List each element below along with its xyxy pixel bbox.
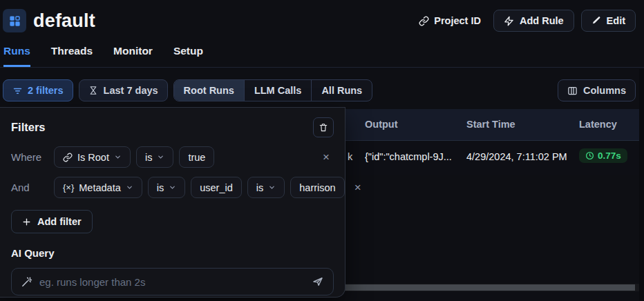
filters-button-label: 2 filters [28,85,64,96]
chevron-down-icon [268,184,276,191]
project-page: Output Start Time Latency k {"id":"chatc… [0,0,644,301]
tab-runs[interactable]: Runs [3,45,30,67]
run-type-segmented-control: Root Runs LLM Calls All Runs [173,79,373,101]
metadata-braces-icon: {×} [63,182,74,193]
latency-badge: 0.77s [579,148,627,163]
filters-button[interactable]: 2 filters [3,79,73,101]
filter-funnel-icon [12,86,23,96]
page-title: default [33,10,95,32]
chevron-down-icon [126,184,133,191]
trash-icon [319,123,328,133]
vertical-scrollbar-track[interactable] [639,69,644,301]
project-grid-icon [3,9,26,32]
filter-field-dropdown[interactable]: {×} Metadata [54,177,142,198]
add-filter-button[interactable]: Add filter [11,210,93,233]
filter-bar: 2 filters Last 7 days Root Runs LLM Call… [0,68,644,101]
filter-row-where: Where Is Root is true × [11,146,334,168]
link-icon [63,153,73,162]
cell-output: {"id":"chatcmpl-9J... [365,151,452,162]
segment-all-runs[interactable]: All Runs [312,80,372,101]
cell-start-time: 4/29/2024, 7:11:02 PM [466,151,567,162]
filter-field-dropdown[interactable]: Is Root [54,146,131,168]
filter-key-operator-dropdown[interactable]: is [247,177,285,198]
header-actions: Project ID Add Rule Edit [413,10,636,32]
filter-operator-label: is [145,152,152,163]
filter-value[interactable]: harrison [290,177,344,198]
filter-connector: And [11,182,48,193]
filter-field-label: Is Root [77,152,109,163]
remove-filter-button[interactable]: × [350,180,366,195]
pencil-icon [591,16,601,26]
filters-panel-title: Filters [11,121,46,134]
latency-value: 0.77s [598,150,621,161]
link-icon [419,16,429,26]
column-header-start-time[interactable]: Start Time [466,119,515,130]
chevron-down-icon [114,153,122,161]
ai-query-label: AI Query [11,247,334,259]
add-rule-button[interactable]: Add Rule [493,10,574,32]
filter-operator-dropdown[interactable]: is [136,146,173,168]
date-range-label: Last 7 days [104,85,158,96]
plus-icon [22,217,31,226]
filter-value-label: true [188,152,205,163]
hourglass-icon [88,86,98,95]
column-header-latency[interactable]: Latency [579,119,617,130]
column-header-output[interactable]: Output [365,119,398,130]
edit-button[interactable]: Edit [581,10,636,32]
tab-setup[interactable]: Setup [173,45,203,67]
cell-truncated: k [348,151,352,162]
header: default Project ID Add Rule Edit [0,0,644,35]
send-icon[interactable] [312,275,324,288]
tab-threads[interactable]: Threads [51,45,93,67]
chevron-down-icon [169,184,176,191]
lightning-icon [504,16,514,26]
filters-popover: Filters Where Is Root is [0,107,345,298]
project-id-button[interactable]: Project ID [413,11,486,30]
filter-row-and: And {×} Metadata is user_id is [11,177,334,198]
filter-operator-label: is [157,182,164,193]
filter-field-label: Metadata [79,182,120,193]
filter-key-operator-label: is [256,182,263,193]
segment-root-runs[interactable]: Root Runs [174,80,245,101]
tab-monitor[interactable]: Monitor [113,45,153,67]
magic-wand-icon [21,276,32,288]
ai-query-input[interactable] [39,276,305,288]
clear-filters-button[interactable] [313,117,334,137]
clock-icon [585,151,594,160]
filter-operator-dropdown[interactable]: is [148,177,185,198]
columns-button[interactable]: Columns [558,79,636,101]
date-range-button[interactable]: Last 7 days [79,79,168,101]
add-filter-label: Add filter [37,216,82,227]
project-id-label: Project ID [434,15,481,26]
segment-llm-calls[interactable]: LLM Calls [245,80,312,101]
remove-filter-button[interactable]: × [319,150,334,164]
filter-value[interactable]: true [179,146,214,168]
edit-label: Edit [607,15,625,26]
filter-connector: Where [11,151,48,163]
columns-icon [567,86,578,96]
add-rule-label: Add Rule [520,15,564,26]
ai-query-inputbox [11,268,334,295]
tab-bar: Runs Threads Monitor Setup [0,35,644,68]
filter-value-label: harrison [299,182,335,193]
columns-button-label: Columns [583,85,626,96]
filter-metadata-key[interactable]: user_id [191,177,242,198]
filter-key-label: user_id [200,182,233,193]
cell-latency: 0.77s [579,148,627,163]
chevron-down-icon [157,153,164,161]
